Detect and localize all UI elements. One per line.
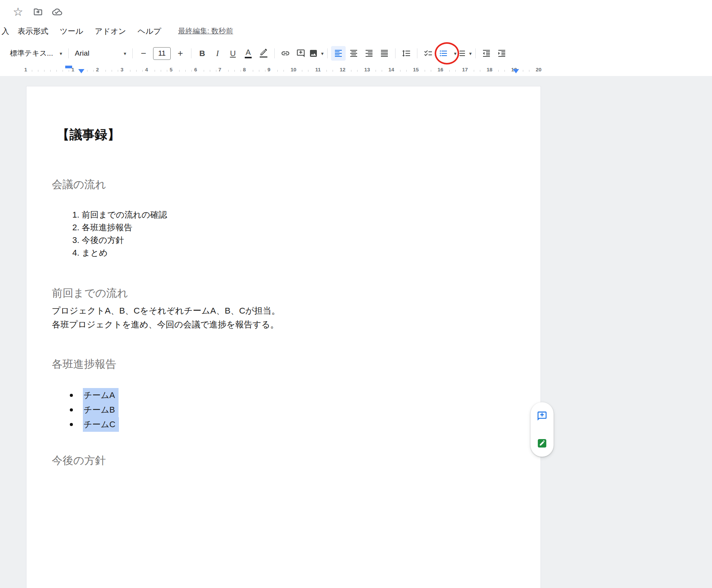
bulleted-list-item[interactable]: チームA: [70, 388, 119, 403]
ruler-number: 6: [193, 67, 198, 73]
star-icon[interactable]: ☆: [12, 6, 24, 18]
highlighter-icon: [259, 49, 268, 58]
cloud-status-icon[interactable]: [51, 6, 63, 18]
underline-button[interactable]: U: [226, 46, 240, 61]
bulleted-list-button[interactable]: [436, 46, 451, 61]
bullet-dot: [70, 423, 73, 426]
doc-title[interactable]: 【議事録】: [57, 126, 120, 144]
font-dropdown-label: Arial: [75, 49, 89, 58]
selected-text[interactable]: チームC: [83, 417, 119, 432]
ruler-number: 2: [95, 67, 100, 73]
ruler-number: 3: [119, 67, 125, 73]
bulleted-list-icon: [439, 49, 448, 58]
bullet-dot: [70, 408, 73, 411]
align-right-icon: [364, 49, 374, 58]
increase-font-size-button[interactable]: +: [173, 46, 188, 61]
ruler-number: 12: [338, 67, 346, 73]
move-folder-icon[interactable]: [32, 6, 44, 18]
align-left-icon: [334, 49, 343, 58]
toolbar-divider: [132, 48, 133, 58]
toolbar-divider: [395, 48, 396, 58]
line-spacing-icon: [402, 49, 411, 58]
checklist-button[interactable]: [421, 46, 435, 61]
numbered-list-item[interactable]: 前回までの流れの確認: [82, 208, 167, 221]
menu-item-insert-clipped[interactable]: 入: [2, 26, 9, 36]
ruler-number: 9: [266, 67, 272, 73]
doc-paragraph-line[interactable]: 各班プロジェクトを進め、今回の会議で進捗を報告する。: [52, 318, 280, 332]
doc-heading-progress-report[interactable]: 各班進捗報告: [52, 357, 116, 372]
link-icon: [281, 49, 290, 58]
ruler-number: 16: [436, 67, 444, 73]
suggest-edits-button[interactable]: [534, 435, 550, 452]
ruler-number: 8: [242, 67, 247, 73]
text-color-button[interactable]: A: [241, 46, 255, 61]
ruler-number: 10: [289, 67, 297, 73]
text-color-bar: [245, 57, 252, 58]
text-color-letter: A: [246, 48, 251, 56]
doc-heading-previous-flow[interactable]: 前回までの流れ: [52, 286, 128, 301]
suggest-edits-icon: [537, 438, 547, 449]
menubar: 入 表示形式 ツール アドオン ヘルプ 最終編集: 数秒前: [0, 22, 712, 40]
insert-link-button[interactable]: [278, 46, 293, 61]
increase-indent-button[interactable]: [494, 46, 509, 61]
menu-item-addons[interactable]: アドオン: [95, 26, 126, 36]
highlight-button[interactable]: [256, 46, 271, 61]
last-edit-link[interactable]: 最終編集: 数秒前: [178, 26, 233, 36]
doc-heading-future-policy[interactable]: 今後の方針: [52, 453, 106, 468]
styles-dropdown-label: 標準テキス...: [10, 48, 53, 58]
font-dropdown[interactable]: Arial ▾: [72, 46, 129, 61]
justify-button[interactable]: [377, 46, 392, 61]
selected-text[interactable]: チームB: [83, 403, 119, 417]
document-page[interactable]: 【議事録】 会議の流れ 前回までの流れの確認 各班進捗報告 今後の方針 まとめ …: [26, 86, 541, 588]
align-right-button[interactable]: [362, 46, 376, 61]
ruler[interactable]: 1 1 2 3 4 5 6 7 8 9 10 11 12 13 14 15 16…: [0, 65, 712, 76]
increase-indent-icon: [497, 49, 506, 58]
decrease-indent-icon: [482, 49, 491, 58]
decrease-indent-button[interactable]: [479, 46, 494, 61]
add-comment-button[interactable]: [534, 408, 550, 424]
ruler-margin-number: 1: [23, 67, 28, 73]
doc-heading-meeting-flow[interactable]: 会議の流れ: [52, 177, 106, 192]
toolbar-divider: [274, 48, 275, 58]
chevron-down-icon: ▾: [124, 51, 126, 56]
insert-image-button[interactable]: ▾: [309, 46, 324, 61]
selected-text[interactable]: チームA: [83, 388, 119, 403]
insert-comment-button[interactable]: [293, 46, 308, 61]
bulleted-list-group: ▾: [436, 46, 457, 61]
checklist-icon: [424, 49, 433, 58]
right-indent-marker[interactable]: [513, 69, 519, 73]
doc-paragraph: プロジェクトA、B、CをそれぞれチームA、B、Cが担当。 各班プロジェクトを進め…: [52, 304, 280, 332]
menu-item-format[interactable]: 表示形式: [18, 26, 48, 36]
text-color-icon: A: [245, 48, 252, 58]
doc-paragraph-line[interactable]: プロジェクトA、B、CをそれぞれチームA、B、Cが担当。: [52, 304, 280, 318]
left-indent-marker[interactable]: [78, 69, 84, 73]
ruler-number: 13: [363, 67, 371, 73]
numbered-list-item[interactable]: 今後の方針: [82, 234, 167, 246]
numbered-list-item[interactable]: 各班進捗報告: [82, 221, 167, 234]
ruler-number: 15: [412, 67, 420, 73]
star-glyph: ☆: [13, 6, 23, 18]
font-size-input[interactable]: 11: [153, 47, 171, 60]
add-comment-icon: [296, 49, 305, 58]
first-line-indent-marker[interactable]: [65, 66, 72, 68]
numbered-list-button[interactable]: ▾: [457, 46, 472, 61]
chevron-down-icon: ▾: [59, 51, 62, 56]
align-left-button[interactable]: [331, 46, 346, 61]
chevron-down-icon[interactable]: ▾: [454, 51, 457, 56]
bold-button[interactable]: B: [195, 46, 209, 61]
toolbar-divider: [191, 48, 191, 58]
line-spacing-button[interactable]: [399, 46, 414, 61]
menu-item-help[interactable]: ヘルプ: [138, 26, 161, 36]
add-comment-icon: [537, 411, 547, 421]
italic-button[interactable]: I: [210, 46, 225, 61]
align-center-icon: [349, 49, 358, 58]
bulleted-list-item[interactable]: チームC: [70, 417, 119, 432]
floating-actions: [531, 402, 554, 457]
menu-item-tools[interactable]: ツール: [60, 26, 83, 36]
decrease-font-size-button[interactable]: −: [136, 46, 151, 61]
styles-dropdown[interactable]: 標準テキス... ▾: [7, 46, 65, 61]
justify-icon: [380, 49, 389, 58]
numbered-list-item[interactable]: まとめ: [82, 246, 167, 259]
align-center-button[interactable]: [346, 46, 361, 61]
bulleted-list-item[interactable]: チームB: [70, 403, 119, 417]
